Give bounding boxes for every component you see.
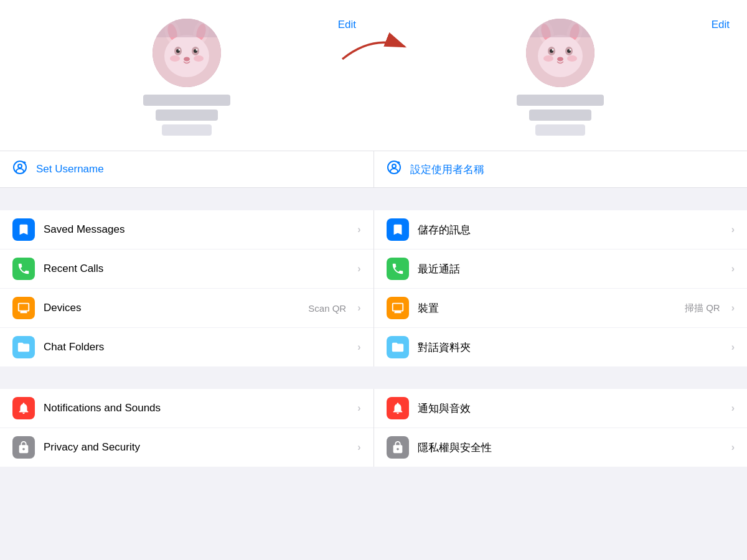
recent-calls-label: Recent Calls: [44, 263, 349, 275]
divider-1: [0, 188, 747, 210]
right-name-bar-3: [535, 124, 585, 136]
saved-messages-label: Saved Messages: [44, 223, 349, 236]
left-name-bar-3: [162, 124, 212, 136]
left-saved-messages[interactable]: Saved Messages ›: [0, 210, 374, 250]
right-saved-messages-chevron: ›: [731, 224, 735, 235]
right-saved-messages-label: 儲存的訊息: [418, 223, 723, 237]
right-bell-icon: [387, 397, 409, 419]
svg-point-11: [196, 49, 198, 51]
svg-point-29: [557, 57, 563, 62]
saved-messages-chevron: ›: [357, 224, 360, 235]
right-menu-column-2: 通知與音效 › 隱私權與安全性 ›: [374, 389, 748, 467]
right-lock-icon: [387, 436, 409, 459]
svg-point-13: [170, 55, 180, 62]
svg-point-22: [538, 35, 583, 77]
left-edit-button[interactable]: Edit: [338, 19, 356, 31]
left-username-icon: [12, 160, 27, 179]
svg-rect-32: [526, 19, 594, 37]
right-privacy[interactable]: 隱私權與安全性 ›: [374, 428, 748, 467]
right-username-label: 設定使用者名稱: [410, 162, 484, 177]
bookmark-icon: [12, 218, 35, 241]
right-privacy-label: 隱私權與安全性: [418, 441, 723, 455]
divider-2: [0, 366, 747, 389]
right-recent-calls[interactable]: 最近通話 ›: [374, 250, 748, 289]
svg-rect-15: [153, 19, 221, 37]
svg-point-10: [179, 49, 181, 51]
svg-point-28: [570, 49, 571, 51]
right-devices-chevron: ›: [731, 302, 735, 314]
right-recent-calls-chevron: ›: [731, 263, 735, 274]
right-notifications[interactable]: 通知與音效 ›: [374, 389, 748, 428]
devices-badge: Scan QR: [308, 303, 346, 314]
folder-icon: [12, 336, 35, 358]
privacy-label: Privacy and Security: [44, 441, 349, 454]
left-privacy[interactable]: Privacy and Security ›: [0, 428, 374, 467]
right-recent-calls-label: 最近通話: [418, 262, 723, 276]
left-menu-column-1: Saved Messages › Recent Calls › Devices …: [0, 210, 374, 366]
right-name-bar-1: [517, 95, 604, 106]
right-set-username[interactable]: 設定使用者名稱: [374, 151, 748, 187]
notifications-chevron: ›: [357, 403, 360, 414]
right-saved-messages[interactable]: 儲存的訊息 ›: [374, 210, 748, 250]
right-edit-button[interactable]: Edit: [712, 19, 730, 31]
monitor-icon: [12, 297, 35, 319]
right-chat-folders-label: 對話資料夾: [418, 340, 723, 355]
svg-line-36: [24, 162, 26, 163]
svg-line-40: [398, 162, 400, 163]
right-name-bar-2: [529, 110, 591, 121]
left-avatar: [153, 19, 221, 87]
right-devices[interactable]: 裝置 掃描 QR ›: [374, 289, 748, 328]
right-chat-folders-chevron: ›: [731, 342, 735, 353]
chat-folders-chevron: ›: [357, 342, 360, 353]
profile-section: Edit: [0, 0, 747, 151]
devices-chevron: ›: [357, 302, 360, 314]
left-username-label: Set Username: [36, 163, 104, 175]
left-name-bar-2: [156, 110, 218, 121]
right-chat-folders[interactable]: 對話資料夾 ›: [374, 328, 748, 366]
left-menu-column-2: Notifications and Sounds › Privacy and S…: [0, 389, 374, 467]
lock-icon: [12, 436, 35, 459]
left-recent-calls[interactable]: Recent Calls ›: [0, 250, 374, 289]
right-bookmark-icon: [387, 218, 409, 241]
right-profile-name: [517, 95, 604, 136]
left-devices[interactable]: Devices Scan QR ›: [0, 289, 374, 328]
menu-section-1: Saved Messages › Recent Calls › Devices …: [0, 210, 747, 366]
svg-point-27: [552, 49, 554, 51]
chat-folders-label: Chat Folders: [44, 341, 349, 353]
right-notifications-chevron: ›: [731, 403, 735, 414]
left-notifications[interactable]: Notifications and Sounds ›: [0, 389, 374, 428]
username-section: Set Username 設定使用者名稱: [0, 151, 747, 188]
right-profile-panel: Edit: [374, 19, 747, 136]
svg-point-30: [543, 55, 553, 62]
svg-point-34: [18, 164, 22, 168]
svg-point-31: [567, 55, 577, 62]
phone-icon: [12, 258, 35, 280]
transition-arrow: [336, 31, 411, 68]
left-set-username[interactable]: Set Username: [0, 151, 374, 187]
bell-icon: [12, 397, 35, 419]
right-notifications-label: 通知與音效: [418, 401, 723, 416]
right-devices-label: 裝置: [418, 301, 677, 315]
right-username-icon: [387, 160, 402, 179]
left-name-bar-1: [143, 95, 230, 106]
right-devices-badge: 掃描 QR: [685, 302, 720, 314]
right-monitor-icon: [387, 297, 409, 319]
svg-point-38: [392, 164, 396, 168]
left-chat-folders[interactable]: Chat Folders ›: [0, 328, 374, 366]
left-profile-name: [143, 95, 230, 136]
menu-section-2: Notifications and Sounds › Privacy and S…: [0, 389, 747, 467]
right-folder-icon: [387, 336, 409, 358]
svg-point-12: [184, 57, 190, 62]
devices-label: Devices: [44, 302, 299, 314]
right-avatar: [526, 19, 594, 87]
right-phone-icon: [387, 258, 409, 280]
right-menu-column-1: 儲存的訊息 › 最近通話 › 裝置 掃描 QR › 對話資料夾 ›: [374, 210, 748, 366]
recent-calls-chevron: ›: [357, 263, 360, 274]
right-privacy-chevron: ›: [731, 442, 735, 453]
left-profile-panel: Edit: [0, 19, 374, 136]
svg-point-14: [194, 55, 204, 62]
notifications-label: Notifications and Sounds: [44, 402, 349, 414]
privacy-chevron: ›: [357, 442, 360, 453]
svg-point-5: [164, 35, 209, 77]
